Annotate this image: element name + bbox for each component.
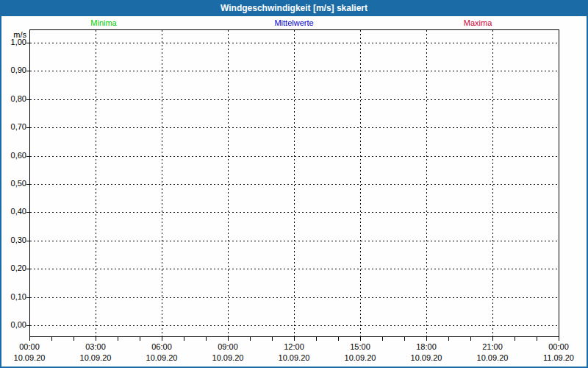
x-axis-tick (228, 337, 229, 341)
y-axis-unit-label: m/s (0, 30, 26, 40)
x-time-label: 06:00 (129, 342, 195, 352)
wind-speed-chart-panel: Windgeschwindigkeit [m/s] skaliert Minim… (0, 0, 588, 368)
y-tick-label: 0,30 (0, 236, 26, 245)
x-time-label: 09:00 (195, 342, 261, 352)
y-tick-label: 0,60 (0, 151, 26, 160)
x-axis-tick (559, 337, 559, 341)
x-axis-tick (294, 337, 295, 341)
legend-item-maxima: Maxima (464, 18, 492, 28)
x-time-label: 15:00 (327, 342, 393, 352)
y-axis-tick (26, 297, 29, 298)
x-time-label: 00:00 (0, 342, 62, 352)
x-axis-tick (272, 337, 273, 341)
x-time-label: 00:00 (526, 342, 588, 352)
x-axis-tick (118, 337, 118, 341)
x-date-label: 10.09.20 (393, 353, 459, 363)
x-axis-tick (470, 337, 471, 341)
x-date-label: 10.09.20 (327, 353, 393, 363)
v-gridline (360, 30, 361, 336)
x-axis-tick (162, 337, 162, 341)
y-tick-label: 0,00 (0, 320, 26, 330)
x-axis-tick (140, 337, 140, 341)
x-axis-tick (29, 337, 30, 341)
v-gridline (492, 30, 493, 336)
y-tick-label: 0,50 (0, 179, 26, 188)
y-tick-label: 0,10 (0, 292, 26, 302)
x-axis-tick (184, 337, 184, 341)
y-tick-label: 0,20 (0, 263, 26, 273)
x-date-label: 10.09.20 (195, 353, 261, 363)
chart-title-bar: Windgeschwindigkeit [m/s] skaliert (0, 0, 588, 16)
y-tick-label: 0,40 (0, 207, 26, 216)
y-axis-tick (26, 71, 29, 71)
x-time-label: 03:00 (62, 342, 129, 352)
v-gridline (228, 30, 229, 336)
y-tick-label: 0,70 (0, 122, 26, 132)
x-axis-tick (51, 337, 52, 341)
legend-item-minima: Minima (90, 18, 116, 28)
y-axis-tick (26, 241, 29, 241)
y-axis-tick (26, 127, 29, 128)
y-axis-tick (26, 212, 29, 213)
x-date-label: 10.09.20 (0, 353, 62, 363)
x-date-label: 10.09.20 (261, 353, 327, 363)
y-axis-tick (26, 43, 29, 43)
x-axis-tick (360, 337, 361, 341)
y-tick-label: 0,80 (0, 94, 26, 104)
y-axis-tick (26, 156, 29, 157)
x-axis-tick (206, 337, 207, 341)
chart-title: Windgeschwindigkeit [m/s] skaliert (220, 3, 368, 13)
x-date-label: 11.09.20 (526, 353, 588, 363)
v-gridline (294, 30, 295, 336)
y-axis-tick (26, 325, 29, 326)
x-axis-tick (514, 337, 515, 341)
x-date-label: 10.09.20 (459, 353, 526, 363)
x-date-label: 10.09.20 (62, 353, 129, 363)
x-axis-tick (316, 337, 317, 341)
x-axis-tick (338, 337, 339, 341)
x-axis-tick (96, 337, 96, 341)
x-axis-tick (74, 337, 74, 341)
x-axis-tick (537, 337, 537, 341)
x-axis-tick (492, 337, 493, 341)
x-axis-tick (382, 337, 383, 341)
v-gridline (162, 30, 162, 336)
y-axis-tick (26, 99, 29, 100)
v-gridline (426, 30, 427, 336)
y-axis-tick (26, 184, 29, 185)
y-axis-tick (26, 269, 29, 269)
x-time-label: 21:00 (459, 342, 526, 352)
x-axis-tick (250, 337, 251, 341)
x-date-label: 10.09.20 (129, 353, 195, 363)
x-axis-tick (426, 337, 427, 341)
x-axis-tick (404, 337, 405, 341)
x-time-label: 18:00 (393, 342, 459, 352)
x-axis-tick (448, 337, 449, 341)
v-gridline (96, 30, 96, 336)
legend-item-mittelwerte: Mittelwerte (274, 18, 313, 28)
y-tick-label: 0,90 (0, 66, 26, 75)
x-time-label: 12:00 (261, 342, 327, 352)
